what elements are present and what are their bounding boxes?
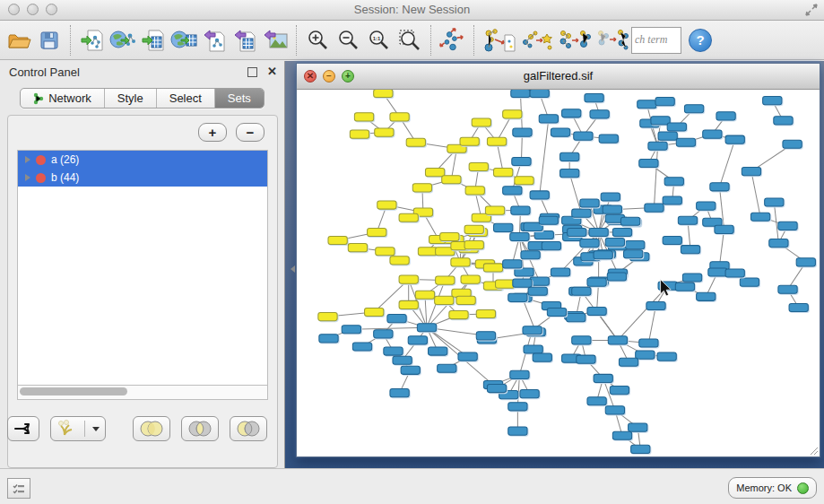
network-node[interactable] — [393, 356, 412, 364]
network-node[interactable] — [429, 347, 447, 355]
network-node[interactable] — [742, 168, 760, 176]
network-node[interactable] — [387, 315, 406, 323]
set-row[interactable]: a (26) — [18, 151, 267, 169]
network-node[interactable] — [350, 130, 369, 138]
network-node[interactable] — [594, 251, 612, 259]
network-node[interactable] — [511, 206, 530, 214]
network-node[interactable] — [542, 242, 560, 250]
network-node[interactable] — [657, 352, 676, 361]
add-set-button[interactable]: + — [198, 123, 227, 142]
network-node[interactable] — [496, 280, 515, 288]
network-node[interactable] — [612, 431, 631, 439]
network-node[interactable] — [568, 228, 586, 236]
memory-status-button[interactable]: Memory: OK — [728, 477, 817, 499]
network-node[interactable] — [539, 216, 558, 224]
export-network-button[interactable] — [199, 24, 230, 56]
network-node[interactable] — [574, 132, 593, 140]
network-node[interactable] — [511, 90, 530, 98]
network-node[interactable] — [458, 352, 477, 361]
network-canvas[interactable] — [297, 90, 820, 456]
network-node[interactable] — [605, 239, 624, 247]
import-table-database-button[interactable] — [169, 24, 199, 56]
network-node[interactable] — [530, 277, 549, 285]
network-node[interactable] — [551, 128, 569, 136]
network-node[interactable] — [620, 217, 639, 225]
network-node[interactable] — [708, 268, 727, 276]
network-node[interactable] — [551, 268, 569, 276]
network-node[interactable] — [318, 313, 337, 321]
network-graph[interactable] — [297, 90, 820, 456]
network-node[interactable] — [783, 140, 802, 148]
network-node[interactable] — [476, 332, 495, 340]
import-network-file-button[interactable] — [77, 24, 108, 56]
network-node[interactable] — [503, 110, 522, 118]
network-node[interactable] — [710, 183, 729, 191]
network-node[interactable] — [483, 264, 502, 272]
network-node[interactable] — [774, 117, 793, 125]
network-node[interactable] — [399, 275, 418, 283]
union-sets-button[interactable] — [133, 416, 170, 441]
network-node[interactable] — [629, 423, 647, 431]
network-node[interactable] — [697, 202, 716, 210]
network-node[interactable] — [587, 307, 606, 315]
network-node[interactable] — [715, 225, 733, 233]
network-node[interactable] — [418, 248, 437, 256]
network-node[interactable] — [412, 184, 431, 192]
network-node[interactable] — [342, 326, 360, 334]
network-node[interactable] — [645, 204, 664, 212]
network-node[interactable] — [377, 201, 396, 209]
scrollbar-thumb[interactable] — [20, 387, 127, 395]
network-node[interactable] — [533, 353, 551, 361]
network-node[interactable] — [638, 100, 656, 109]
network-node[interactable] — [667, 123, 686, 131]
export-image-button[interactable] — [260, 24, 291, 56]
intersect-sets-button[interactable] — [181, 416, 219, 441]
network-node[interactable] — [485, 206, 504, 214]
network-node[interactable] — [697, 292, 716, 300]
help-button[interactable]: ? — [689, 29, 712, 52]
network-node[interactable] — [678, 216, 697, 224]
expander-icon[interactable] — [25, 156, 30, 163]
network-node[interactable] — [417, 324, 436, 332]
network-node[interactable] — [651, 117, 670, 125]
network-node[interactable] — [494, 169, 513, 177]
search-input[interactable] — [631, 27, 681, 54]
network-node[interactable] — [503, 187, 522, 195]
network-node[interactable] — [572, 287, 591, 295]
zoom-actual-size-button[interactable]: 1:1 — [364, 24, 395, 56]
tab-style[interactable]: Style — [105, 89, 157, 108]
network-node[interactable] — [503, 260, 522, 268]
network-node[interactable] — [436, 276, 455, 284]
network-node[interactable] — [442, 176, 461, 184]
network-node[interactable] — [472, 118, 490, 126]
network-node[interactable] — [572, 209, 591, 217]
network-node[interactable] — [594, 374, 612, 382]
save-session-button[interactable] — [34, 24, 65, 56]
network-node[interactable] — [778, 222, 797, 230]
network-node[interactable] — [348, 244, 367, 252]
network-node[interactable] — [608, 336, 627, 344]
network-node[interactable] — [587, 397, 606, 405]
network-node[interactable] — [464, 241, 483, 249]
network-node[interactable] — [681, 246, 699, 254]
splitter-collapse-handle[interactable] — [291, 265, 295, 273]
network-node[interactable] — [461, 275, 480, 283]
expander-icon[interactable] — [25, 174, 30, 181]
network-node[interactable] — [319, 335, 338, 343]
network-node[interactable] — [512, 157, 531, 165]
network-node[interactable] — [513, 279, 532, 287]
horizontal-scrollbar[interactable] — [17, 385, 268, 400]
zoom-out-button[interactable] — [334, 24, 364, 56]
network-node[interactable] — [521, 251, 540, 259]
network-node[interactable] — [425, 169, 444, 177]
network-node[interactable] — [605, 406, 624, 414]
network-node[interactable] — [415, 291, 434, 299]
zoom-fit-selected-button[interactable] — [395, 24, 425, 56]
select-first-neighbors-button[interactable] — [518, 24, 556, 56]
network-node[interactable] — [354, 113, 373, 121]
network-node[interactable] — [648, 142, 667, 150]
import-table-file-button[interactable] — [138, 24, 169, 56]
network-node[interactable] — [716, 112, 735, 120]
network-node[interactable] — [374, 90, 393, 98]
network-node[interactable] — [508, 293, 527, 301]
